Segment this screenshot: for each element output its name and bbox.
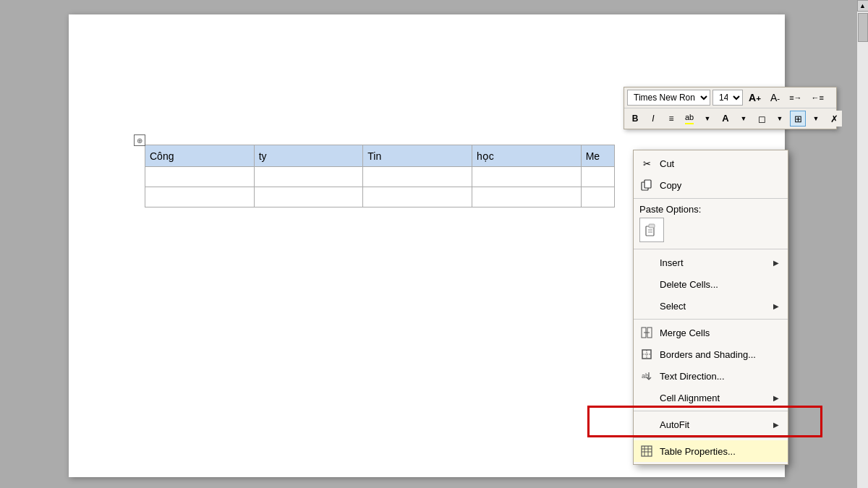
delete-cells-label: Delete Cells... (660, 279, 718, 290)
table-cell[interactable] (581, 187, 614, 207)
context-menu-text-direction[interactable]: ab Text Direction... (634, 365, 788, 387)
scroll-up-arrow[interactable]: ▲ (857, 0, 869, 12)
font-color-button[interactable]: A (718, 111, 733, 127)
table-properties-icon (639, 444, 654, 458)
context-menu-cell-alignment[interactable]: Cell Alignment ▶ (634, 387, 788, 408)
copy-label: Copy (660, 180, 681, 191)
svg-rect-14 (642, 446, 652, 456)
mini-toolbar-row-1: Times New Ron 14 A+ A- ≡→ ←≡ (624, 87, 836, 108)
table-cell[interactable]: Tin (363, 145, 472, 167)
separator-5 (634, 437, 788, 438)
context-menu-merge-cells[interactable]: Merge Cells (634, 322, 788, 343)
delete-cells-icon (639, 277, 654, 291)
paste-options-row (634, 216, 788, 247)
table-cell[interactable] (145, 167, 255, 187)
table-cell[interactable] (145, 187, 255, 207)
table-cell[interactable]: ty (254, 145, 363, 167)
autofit-arrow-icon: ▶ (773, 421, 779, 429)
table-cell[interactable] (363, 167, 472, 187)
select-label: Select (660, 301, 686, 312)
align-button[interactable]: ≡ (663, 111, 679, 127)
font-selector[interactable]: Times New Ron (627, 90, 710, 106)
bold-button[interactable]: B (627, 111, 643, 127)
svg-rect-1 (644, 180, 651, 188)
merge-cells-label: Merge Cells (660, 328, 710, 338)
select-arrow-icon: ▶ (773, 302, 779, 310)
cut-icon: ✂ (639, 156, 654, 171)
borders-shading-icon (639, 347, 654, 361)
context-menu: ✂ Cut Copy Paste Options: Insert ▶ (633, 150, 788, 465)
text-direction-label: Text Direction... (660, 371, 725, 382)
shading-dropdown[interactable]: ▼ (772, 111, 788, 127)
borders-shading-label: Borders and Shading... (660, 349, 756, 360)
table-move-handle[interactable]: ⊕ (134, 134, 145, 146)
cell-alignment-arrow-icon: ▶ (773, 394, 779, 402)
font-color-icon: A (722, 113, 728, 124)
insert-label: Insert (660, 257, 684, 268)
autofit-label: AutoFit (660, 419, 689, 430)
highlight-icon: ab (685, 113, 694, 121)
decrease-indent-button[interactable]: ←≡ (808, 90, 827, 106)
table-cell[interactable] (472, 167, 581, 187)
table-cell[interactable] (254, 187, 363, 207)
cut-label: Cut (660, 158, 674, 169)
table-cell[interactable] (581, 167, 614, 187)
clear-formatting-button[interactable]: ✗ (826, 111, 842, 127)
table-cell[interactable]: Công (145, 145, 255, 167)
font-color-a-dropdown[interactable]: ▼ (736, 111, 752, 127)
mini-toolbar: Times New Ron 14 A+ A- ≡→ ←≡ B I ≡ ab ▼ … (624, 87, 837, 129)
select-icon (639, 299, 654, 313)
borders-button[interactable]: ⊞ (790, 111, 806, 127)
paste-options-label: Paste Options: (634, 201, 788, 216)
cell-alignment-icon (639, 390, 654, 405)
table-cell[interactable]: học (472, 145, 581, 167)
svg-rect-3 (649, 224, 655, 228)
font-grow-button[interactable]: A+ (745, 90, 765, 106)
insert-icon (639, 255, 654, 270)
copy-icon (639, 178, 654, 192)
table-row (145, 187, 615, 207)
table-header-row: Công ty Tin học Me (145, 145, 615, 167)
borders-dropdown[interactable]: ▼ (808, 111, 824, 127)
font-color-dropdown[interactable]: ▼ (699, 111, 715, 127)
highlight-button[interactable]: ab (681, 111, 697, 127)
table-cell[interactable] (472, 187, 581, 207)
paste-button[interactable] (639, 218, 664, 242)
table-cell[interactable] (254, 167, 363, 187)
shading-button[interactable]: ◻ (754, 111, 770, 127)
context-menu-autofit[interactable]: AutoFit ▶ (634, 414, 788, 435)
context-menu-cut[interactable]: ✂ Cut (634, 153, 788, 174)
increase-indent-button[interactable]: ≡→ (786, 90, 805, 106)
cell-alignment-label: Cell Alignment (660, 393, 720, 403)
separator-1 (634, 198, 788, 199)
table-row (145, 167, 615, 187)
context-menu-borders-shading[interactable]: Borders and Shading... (634, 343, 788, 365)
insert-arrow-icon: ▶ (773, 259, 779, 267)
context-menu-select[interactable]: Select ▶ (634, 295, 788, 317)
highlight-color-bar (685, 123, 694, 124)
font-shrink-button[interactable]: A- (767, 90, 783, 106)
table-properties-label: Table Properties... (660, 446, 736, 457)
context-menu-copy[interactable]: Copy (634, 174, 788, 196)
font-size-selector[interactable]: 14 (712, 90, 743, 106)
scrollbar-right: ▲ (856, 0, 868, 488)
autofit-icon (639, 417, 654, 432)
scroll-thumb[interactable] (858, 13, 868, 42)
table-cell[interactable] (363, 187, 472, 207)
mini-toolbar-row-2: B I ≡ ab ▼ A ▼ ◻ ▼ ⊞ ▼ ✗ (624, 108, 836, 129)
context-menu-delete-cells[interactable]: Delete Cells... (634, 273, 788, 295)
separator-4 (634, 411, 788, 411)
italic-button[interactable]: I (645, 111, 661, 127)
table-cell[interactable]: Me (581, 145, 614, 167)
document-table: Công ty Tin học Me (145, 145, 615, 207)
context-menu-insert[interactable]: Insert ▶ (634, 252, 788, 273)
text-direction-icon: ab (639, 369, 654, 383)
context-menu-table-properties[interactable]: Table Properties... (634, 440, 788, 462)
separator-2 (634, 249, 788, 249)
separator-3 (634, 319, 788, 320)
merge-cells-icon (639, 325, 654, 340)
